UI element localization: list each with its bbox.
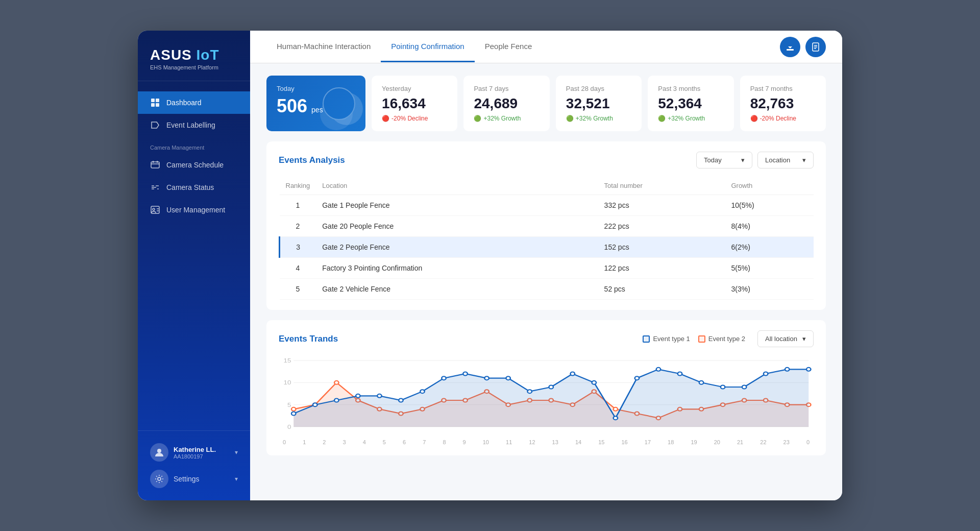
location-cell: Gate 2 People Fence [316, 237, 598, 258]
table-row: 4 Factory 3 Pointing Confirmation 122 pc… [280, 258, 814, 279]
svg-point-71 [549, 385, 553, 389]
svg-point-61 [334, 399, 339, 402]
x-label: 12 [529, 439, 535, 445]
svg-point-67 [463, 372, 468, 376]
total-cell: 52 pcs [598, 279, 725, 300]
x-label: 17 [645, 439, 651, 445]
svg-point-76 [656, 368, 661, 371]
rank-cell: 5 [280, 279, 316, 300]
x-label: 11 [506, 439, 512, 445]
svg-point-74 [614, 416, 618, 420]
content-area: Today 506 pes Yesterday 16,634 🔴 -20% De… [250, 63, 842, 500]
stats-row: Today 506 pes Yesterday 16,634 🔴 -20% De… [266, 76, 826, 131]
report-button[interactable] [805, 37, 826, 57]
stat-card-past7m: Past 7 months 82,763 🔴 -20% Decline [740, 76, 826, 131]
tabs-list: Human-Machine Interaction Pointing Confi… [266, 32, 780, 62]
svg-rect-19 [787, 49, 794, 51]
stat-card-past7: Past 7 days 24,689 🟢 +32% Growth [463, 76, 549, 131]
chevron-down-icon: ▾ [802, 156, 806, 164]
rank-cell: 4 [280, 258, 316, 279]
svg-point-17 [157, 449, 161, 453]
rank-cell: 1 [280, 195, 316, 216]
tab-pointing[interactable]: Pointing Confirmation [381, 32, 474, 62]
sidebar-nav: Dashboard Event Labelling Camera Managem… [138, 81, 250, 430]
events-analysis-header: Events Analysis Today ▾ Location ▾ [279, 152, 814, 168]
stat-label-today: Today [277, 85, 355, 92]
settings-chevron-icon: ▾ [235, 475, 238, 482]
location-cell: Gate 1 People Fence [316, 195, 598, 216]
stat-card-past3m: Past 3 months 52,364 🟢 +32% Growth [648, 76, 733, 131]
x-label: 2 [323, 439, 326, 445]
x-label: 23 [783, 439, 790, 445]
avatar [150, 443, 168, 462]
dashboard-icon [150, 98, 160, 108]
header-actions [780, 37, 826, 57]
sidebar-item-label: Camera Schedule [166, 161, 224, 169]
user-management-icon [150, 205, 160, 215]
svg-point-66 [442, 376, 446, 380]
user-info[interactable]: Katherine LL. AA1800197 ▾ [150, 439, 238, 466]
stat-card-today: Today 506 pes [266, 76, 365, 131]
svg-point-80 [742, 385, 747, 389]
x-label: 5 [383, 439, 386, 445]
x-label: 18 [668, 439, 674, 445]
camera-section-label: Camera Management [138, 136, 250, 154]
total-cell: 222 pcs [598, 216, 725, 237]
x-label: 15 [598, 439, 604, 445]
settings-item[interactable]: Settings ▾ [150, 466, 238, 492]
svg-text:15: 15 [283, 357, 291, 364]
sidebar-item-label: Camera Status [166, 183, 214, 191]
svg-point-14 [153, 208, 155, 210]
time-filter-dropdown[interactable]: Today ▾ [696, 152, 752, 168]
location-trends-dropdown[interactable]: All location ▾ [757, 330, 814, 347]
sidebar-item-dashboard[interactable]: Dashboard [138, 91, 250, 114]
logo-text: ASUS IoT [150, 47, 238, 63]
stat-card-yesterday: Yesterday 16,634 🔴 -20% Decline [372, 76, 457, 131]
svg-point-65 [420, 390, 425, 393]
col-growth: Growth [725, 177, 814, 195]
total-cell: 122 pcs [598, 258, 725, 279]
stat-label-past7: Past 7 days [474, 85, 539, 92]
sidebar-footer: Katherine LL. AA1800197 ▾ Settings ▾ [138, 430, 250, 500]
sidebar-item-event-labelling[interactable]: Event Labelling [138, 114, 250, 136]
download-button[interactable] [780, 37, 800, 57]
x-label: 13 [552, 439, 558, 445]
user-id: AA1800197 [174, 453, 216, 460]
growth-cell: 5(5%) [725, 258, 814, 279]
svg-point-78 [699, 381, 704, 384]
events-trends-title: Events Trands [279, 334, 338, 344]
svg-point-75 [635, 376, 640, 380]
chart-legend: Event type 1 Event type 2 [643, 335, 745, 343]
svg-point-72 [571, 372, 575, 376]
total-cell: 152 pcs [598, 237, 725, 258]
stat-value-past28: 32,521 [566, 95, 631, 112]
x-axis-labels: 012345678910111213141516171819202122230 [279, 437, 814, 445]
x-label: 9 [463, 439, 466, 445]
sidebar-item-label: Dashboard [166, 99, 202, 107]
sidebar-item-user-management[interactable]: User Management [138, 199, 250, 221]
location-filter-dropdown[interactable]: Location ▾ [757, 152, 814, 168]
sidebar-item-camera-status[interactable]: Camera Status [138, 176, 250, 199]
tab-hmi[interactable]: Human-Machine Interaction [266, 32, 381, 62]
svg-point-70 [527, 390, 532, 393]
x-label: 16 [622, 439, 628, 445]
svg-point-18 [158, 477, 161, 480]
table-row: 2 Gate 20 People Fence 222 pcs 8(4%) [280, 216, 814, 237]
svg-point-69 [506, 376, 510, 380]
x-label: 6 [403, 439, 406, 445]
location-cell: Factory 3 Pointing Confirmation [316, 258, 598, 279]
trend-icon: 🔴 [750, 115, 758, 122]
sidebar-item-camera-schedule[interactable]: Camera Schedule [138, 154, 250, 176]
logo: ASUS IoT EHS Management Platform [138, 31, 250, 81]
svg-point-81 [764, 372, 768, 376]
legend-type1: Event type 1 [643, 335, 690, 343]
camera-status-icon [150, 182, 160, 192]
x-label: 1 [303, 439, 306, 445]
stat-trend-past7m: 🔴 -20% Decline [750, 115, 816, 122]
svg-point-60 [313, 403, 317, 406]
trend-icon: 🟢 [658, 115, 666, 122]
stat-value-past7m: 82,763 [750, 95, 816, 112]
x-label: 21 [737, 439, 743, 445]
tab-people-fence[interactable]: People Fence [475, 32, 543, 62]
x-label: 14 [575, 439, 581, 445]
